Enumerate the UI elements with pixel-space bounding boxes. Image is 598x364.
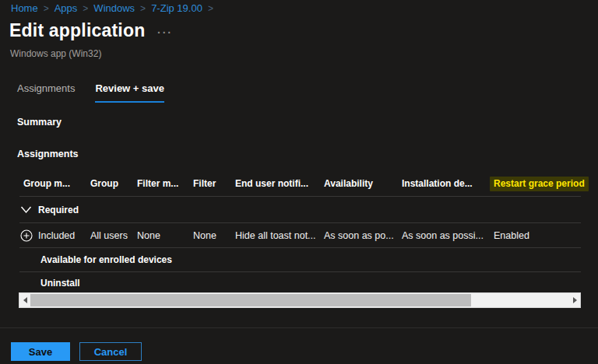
column-header-end-user-notification[interactable]: End user notifi... bbox=[235, 178, 324, 189]
breadcrumb: Home > Apps > Windows > 7-Zip 19.00 > bbox=[11, 2, 213, 14]
breadcrumb-home[interactable]: Home bbox=[11, 2, 38, 14]
group-row-uninstall[interactable]: Uninstall bbox=[0, 274, 598, 292]
page-title: Edit application bbox=[9, 20, 145, 41]
column-header-group-mode[interactable]: Group m... bbox=[23, 178, 90, 189]
group-row-available[interactable]: Available for enrolled devices bbox=[0, 250, 598, 270]
breadcrumb-separator: > bbox=[83, 3, 88, 14]
cancel-button[interactable]: Cancel bbox=[79, 342, 142, 361]
more-options-button[interactable]: ··· bbox=[157, 26, 173, 39]
summary-heading: Summary bbox=[17, 117, 62, 128]
cell-filter: None bbox=[193, 230, 235, 241]
breadcrumb-separator: > bbox=[140, 3, 146, 14]
cell-filter-mode: None bbox=[137, 230, 193, 241]
column-header-group[interactable]: Group bbox=[90, 178, 137, 189]
table-divider bbox=[19, 271, 581, 272]
column-header-restart-grace-period[interactable]: Restart grace period bbox=[494, 178, 598, 189]
cell-group: All users bbox=[90, 230, 137, 241]
cell-group-mode: Included bbox=[20, 229, 90, 242]
scrollbar-track[interactable] bbox=[30, 293, 569, 307]
scrollbar-thumb[interactable] bbox=[30, 294, 471, 306]
group-label: Required bbox=[38, 205, 79, 215]
breadcrumb-separator: > bbox=[44, 3, 49, 14]
save-button[interactable]: Save bbox=[11, 342, 70, 361]
column-header-filter[interactable]: Filter bbox=[193, 178, 235, 189]
page-subtitle: Windows app (Win32) bbox=[10, 48, 101, 59]
edit-application-page: Home > Apps > Windows > 7-Zip 19.00 > Ed… bbox=[0, 0, 598, 364]
cell-restart-grace-period: Enabled bbox=[494, 230, 598, 241]
highlighted-column-label: Restart grace period bbox=[490, 177, 589, 191]
group-label: Available for enrolled devices bbox=[40, 254, 172, 265]
table-divider bbox=[19, 196, 581, 197]
scroll-left-arrow-icon[interactable] bbox=[19, 293, 30, 307]
tab-assignments[interactable]: Assignments bbox=[17, 82, 75, 103]
breadcrumb-separator: > bbox=[208, 3, 213, 14]
breadcrumb-windows[interactable]: Windows bbox=[93, 2, 135, 14]
wizard-tabs: Assignments Review + save bbox=[17, 82, 164, 103]
assignments-heading: Assignments bbox=[17, 149, 79, 159]
breadcrumb-apps[interactable]: Apps bbox=[55, 2, 78, 14]
chevron-down-icon[interactable] bbox=[20, 205, 32, 215]
group-label: Uninstall bbox=[40, 278, 80, 289]
cell-end-user-notification: Hide all toast not... bbox=[235, 230, 324, 241]
table-divider bbox=[19, 222, 581, 223]
add-circle-icon[interactable] bbox=[20, 229, 33, 242]
breadcrumb-7zip[interactable]: 7-Zip 19.00 bbox=[151, 2, 202, 14]
cell-group-mode-value: Included bbox=[38, 230, 75, 241]
column-header-installation-deadline[interactable]: Installation de... bbox=[402, 178, 494, 189]
footer-divider bbox=[0, 327, 598, 328]
assignments-table-header: Group m... Group Filter m... Filter End … bbox=[0, 178, 598, 189]
tab-review-save[interactable]: Review + save bbox=[95, 82, 164, 103]
table-divider bbox=[19, 247, 581, 248]
cell-installation-deadline: As soon as possi... bbox=[402, 230, 494, 241]
column-header-filter-mode[interactable]: Filter m... bbox=[137, 178, 193, 189]
table-row[interactable]: Included All users None None Hide all to… bbox=[0, 225, 598, 246]
group-row-required[interactable]: Required bbox=[0, 199, 598, 221]
column-header-availability[interactable]: Availability bbox=[324, 178, 402, 189]
horizontal-scrollbar[interactable] bbox=[19, 292, 581, 308]
scroll-right-arrow-icon[interactable] bbox=[569, 293, 580, 307]
cell-availability: As soon as po... bbox=[324, 230, 402, 241]
